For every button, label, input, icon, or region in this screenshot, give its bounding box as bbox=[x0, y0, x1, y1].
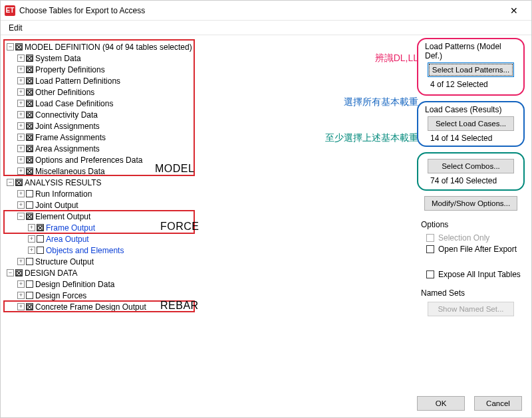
select-load-patterns-button[interactable]: Select Load Patterns... bbox=[428, 62, 514, 77]
expand-icon[interactable]: + bbox=[17, 167, 25, 175]
select-load-cases-button[interactable]: Select Load Cases... bbox=[428, 116, 514, 131]
tree-label[interactable]: Frame Output bbox=[46, 223, 95, 233]
checkbox[interactable] bbox=[26, 213, 33, 220]
checkbox[interactable] bbox=[15, 269, 23, 276]
collapse-icon[interactable]: − bbox=[7, 269, 14, 276]
tree-label[interactable]: Design Definition Data bbox=[35, 280, 114, 289]
expand-icon[interactable]: + bbox=[17, 201, 25, 209]
close-button[interactable]: ✕ bbox=[501, 1, 527, 20]
checkbox[interactable] bbox=[26, 280, 33, 288]
checkbox[interactable] bbox=[26, 167, 33, 175]
option-selection-only: Selection Only bbox=[426, 233, 525, 243]
expand-icon[interactable]: + bbox=[17, 292, 25, 299]
select-combos-button[interactable]: Select Combos... bbox=[428, 159, 514, 173]
checkbox[interactable] bbox=[26, 145, 33, 152]
tree-label[interactable]: Load Pattern Definitions bbox=[35, 76, 120, 86]
ok-button[interactable]: OK bbox=[417, 396, 465, 411]
annotation-note-blue: 選擇所有基本載重 bbox=[344, 96, 418, 108]
window-titlebar: ET Choose Tables for Export to Access ✕ bbox=[1, 1, 531, 21]
expand-icon[interactable]: + bbox=[17, 88, 25, 96]
expand-icon[interactable]: + bbox=[17, 100, 25, 107]
expand-icon[interactable]: + bbox=[28, 224, 35, 231]
expand-icon[interactable]: + bbox=[17, 258, 25, 265]
checkbox[interactable] bbox=[26, 134, 33, 141]
expand-icon[interactable]: + bbox=[17, 54, 25, 62]
expand-icon[interactable]: + bbox=[17, 280, 25, 288]
checkbox[interactable] bbox=[26, 201, 33, 209]
tree-label[interactable]: Objects and Elements bbox=[46, 246, 124, 255]
checkbox[interactable] bbox=[26, 54, 33, 62]
tree-label[interactable]: Other Definitions bbox=[35, 88, 94, 97]
checkbox[interactable] bbox=[37, 247, 44, 254]
expand-icon[interactable]: + bbox=[17, 111, 25, 118]
menu-edit[interactable]: Edit bbox=[6, 23, 25, 33]
expand-icon[interactable]: + bbox=[17, 145, 25, 152]
tree-label[interactable]: MODEL DEFINITION (94 of 94 tables select… bbox=[25, 43, 192, 52]
tree-panel: −MODEL DEFINITION (94 of 94 tables selec… bbox=[1, 35, 273, 418]
tree-label[interactable]: System Data bbox=[35, 54, 81, 63]
tree-label[interactable]: Element Output bbox=[35, 212, 90, 221]
expand-icon[interactable]: + bbox=[17, 303, 25, 310]
checkbox[interactable] bbox=[37, 224, 44, 231]
tree-label[interactable]: DESIGN DATA bbox=[25, 268, 78, 278]
tree-label[interactable]: Frame Assignments bbox=[35, 133, 106, 142]
tree-label[interactable]: Miscellaneous Data bbox=[35, 167, 105, 176]
tree-label[interactable]: Structure Output bbox=[35, 257, 94, 266]
expand-icon[interactable]: + bbox=[17, 190, 25, 197]
checkbox[interactable] bbox=[15, 43, 23, 51]
checkbox[interactable] bbox=[37, 235, 44, 243]
expand-icon[interactable]: + bbox=[17, 134, 25, 141]
checkbox[interactable] bbox=[26, 303, 33, 310]
tree-label[interactable]: Area Output bbox=[46, 235, 89, 244]
checkbox[interactable] bbox=[26, 258, 33, 265]
cancel-button[interactable]: Cancel bbox=[474, 396, 522, 411]
checkbox[interactable] bbox=[426, 245, 434, 253]
option-expose-all[interactable]: Expose All Input Tables bbox=[426, 270, 525, 279]
checkbox[interactable] bbox=[426, 270, 434, 278]
checkbox[interactable] bbox=[15, 179, 23, 186]
tree-label[interactable]: Options and Preferences Data bbox=[35, 156, 142, 165]
expand-icon[interactable]: + bbox=[17, 156, 25, 163]
tree-label[interactable]: Property Definitions bbox=[35, 65, 105, 74]
collapse-icon[interactable]: − bbox=[17, 213, 25, 220]
tree-label[interactable]: Joint Assignments bbox=[35, 122, 100, 131]
show-named-set-button: Show Named Set... bbox=[428, 302, 514, 316]
expand-icon[interactable]: + bbox=[17, 77, 25, 84]
checkbox[interactable] bbox=[26, 190, 33, 197]
option-label: Expose All Input Tables bbox=[438, 270, 521, 279]
load-patterns-group: Load Patterns (Model Def.) Select Load P… bbox=[417, 38, 525, 96]
tree-label[interactable]: Load Case Definitions bbox=[35, 99, 113, 108]
collapse-icon[interactable]: − bbox=[7, 43, 14, 51]
expand-icon[interactable]: + bbox=[17, 66, 25, 73]
checkbox[interactable] bbox=[26, 122, 33, 130]
expand-icon[interactable]: + bbox=[17, 122, 25, 130]
tree-label[interactable]: Concrete Frame Design Output bbox=[35, 302, 146, 312]
checkbox bbox=[426, 234, 434, 242]
tree-label[interactable]: ANALYSIS RESULTS bbox=[25, 178, 102, 187]
expand-icon[interactable]: + bbox=[28, 247, 35, 254]
window-title: Choose Tables for Export to Access bbox=[19, 6, 501, 15]
option-label: Selection Only bbox=[438, 233, 489, 243]
tree-label[interactable]: Connectivity Data bbox=[35, 110, 98, 120]
annotation-note-green: 至少選擇上述基本載重 bbox=[325, 132, 418, 144]
tree-label[interactable]: Design Forces bbox=[35, 291, 86, 300]
tree-label[interactable]: Run Information bbox=[35, 189, 92, 199]
expand-icon[interactable]: + bbox=[28, 235, 35, 243]
option-open-file-after[interactable]: Open File After Export bbox=[426, 245, 525, 254]
tree-label[interactable]: Area Assignments bbox=[35, 144, 100, 154]
checkbox[interactable] bbox=[26, 66, 33, 73]
collapse-icon[interactable]: − bbox=[7, 179, 14, 186]
dialog-buttons: OK Cancel bbox=[417, 396, 522, 411]
checkbox[interactable] bbox=[26, 100, 33, 107]
named-sets-title: Named Sets bbox=[421, 288, 525, 298]
modify-show-options-button[interactable]: Modify/Show Options... bbox=[424, 196, 517, 211]
tree-label[interactable]: Joint Output bbox=[35, 201, 78, 210]
checkbox[interactable] bbox=[26, 111, 33, 118]
tree-container[interactable]: −MODEL DEFINITION (94 of 94 tables selec… bbox=[3, 39, 271, 398]
load-patterns-title: Load Patterns (Model Def.) bbox=[424, 42, 518, 60]
checkbox[interactable] bbox=[26, 88, 33, 96]
checkbox[interactable] bbox=[26, 292, 33, 299]
checkbox[interactable] bbox=[26, 156, 33, 163]
option-label: Open File After Export bbox=[438, 245, 517, 254]
checkbox[interactable] bbox=[26, 77, 33, 84]
